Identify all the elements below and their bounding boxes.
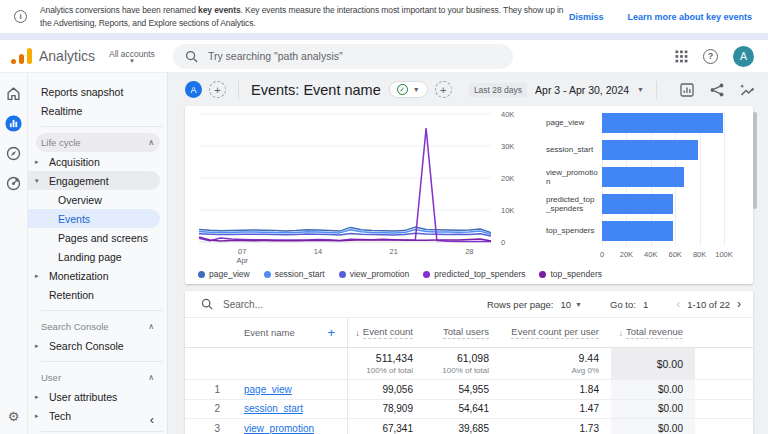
column-header-event-name[interactable]: Event name+	[229, 318, 347, 347]
sidebar-item-label: Events	[58, 213, 90, 225]
date-range-value[interactable]: Apr 3 - Apr 30, 2024	[535, 84, 629, 96]
avatar[interactable]: A	[733, 46, 754, 67]
customize-report-icon[interactable]	[679, 82, 695, 98]
legend-item-page-view[interactable]: page_view	[198, 269, 250, 279]
account-switcher-label: All accounts	[109, 49, 155, 59]
sidebar-item-label: User	[41, 372, 61, 383]
sidebar-item-realtime[interactable]: Realtime	[28, 101, 167, 120]
sidebar-item-label: Engagement	[49, 175, 109, 187]
column-header-event-count[interactable]: ↓Event count	[347, 318, 425, 347]
next-page-icon[interactable]: ›	[737, 298, 741, 310]
sidebar-item-retention[interactable]: Retention	[28, 285, 167, 304]
collapse-nav-icon[interactable]: ‹	[150, 412, 154, 427]
svg-text:40K: 40K	[501, 110, 514, 119]
page-title: Events: Event name	[251, 82, 381, 98]
event-name-link[interactable]: page_view	[244, 384, 292, 395]
chevron-down-icon[interactable]: ▼	[637, 86, 644, 93]
sidebar-item-acquisition[interactable]: ▸Acquisition	[28, 152, 167, 171]
event-name-cell: session_start	[229, 400, 347, 419]
bar-track	[602, 113, 724, 133]
report-header-bar: A + Events: Event name ✓ ▼ + Last 28 day…	[168, 73, 768, 106]
svg-text:28: 28	[465, 247, 473, 256]
bar-top-spenders[interactable]	[602, 221, 673, 241]
banner-accent-strip	[0, 33, 768, 40]
share-icon[interactable]	[709, 82, 725, 98]
sidebar-item-user[interactable]: User∧	[28, 368, 167, 387]
sidebar-item-pages-and-screens[interactable]: Pages and screens	[28, 228, 167, 247]
chevron-right-icon[interactable]: ▸	[35, 272, 39, 280]
add-comparison-icon[interactable]: +	[209, 81, 226, 98]
apps-grid-icon[interactable]	[675, 50, 688, 63]
chevron-right-icon[interactable]: ▸	[35, 342, 39, 350]
scrollbar[interactable]	[753, 112, 757, 209]
insights-icon[interactable]	[739, 82, 755, 98]
bar-predicted-top-spenders[interactable]	[602, 194, 673, 214]
go-to-page-input[interactable]: 1	[643, 299, 648, 310]
chevron-down-icon[interactable]: ▾	[35, 177, 39, 185]
sidebar-item-monetization[interactable]: ▸Monetization	[28, 266, 167, 285]
chevron-up-icon[interactable]: ∧	[148, 373, 154, 382]
previous-page-icon[interactable]: ‹	[676, 298, 680, 310]
sidebar-item-overview[interactable]: Overview	[28, 190, 167, 209]
events-bar-chart[interactable]: page_viewsession_startview_promotionpred…	[546, 113, 742, 273]
event-name-link[interactable]: session_start	[244, 403, 303, 414]
reports-icon[interactable]	[5, 115, 22, 132]
sidebar-item-landing-page[interactable]: Landing page	[28, 247, 167, 266]
row-number: 2	[185, 400, 229, 419]
home-icon[interactable]	[5, 85, 22, 102]
events-table-card: Search... Rows per page: 10▼ Go to: 1 ‹ …	[185, 291, 753, 434]
sidebar-item-life-cycle[interactable]: Life cycle∧	[36, 133, 160, 152]
totals-event_count: 511,434100% of total	[347, 348, 425, 379]
advertising-icon[interactable]	[5, 175, 22, 192]
table-search-input[interactable]: Search...	[223, 299, 263, 310]
sidebar-item-search-console[interactable]: Search Console∧	[28, 317, 167, 336]
date-range-preset[interactable]: Last 28 days	[469, 83, 527, 97]
column-header-total-users[interactable]: Total users	[425, 318, 501, 347]
sidebar-item-search-console[interactable]: ▸Search Console	[28, 336, 167, 355]
banner-message: Analytics conversions have been renamed …	[40, 4, 569, 30]
admin-gear-icon[interactable]: ⚙	[8, 409, 20, 424]
add-metric-icon[interactable]: +	[435, 81, 452, 98]
sidebar-item-events[interactable]: Events	[28, 209, 160, 228]
report-status-dropdown[interactable]: ✓ ▼	[389, 81, 428, 98]
events-line-chart[interactable]: 010K20K30K40K07Apr142128	[193, 106, 541, 266]
sidebar-item-reports-snapshot[interactable]: Reports snapshot	[28, 82, 167, 101]
svg-text:07: 07	[238, 247, 246, 256]
chevron-up-icon[interactable]: ∧	[148, 138, 154, 147]
sidebar-item-engagement[interactable]: ▾Engagement	[28, 171, 160, 190]
product-name: Analytics	[39, 48, 95, 64]
account-switcher[interactable]: All accounts ▼	[109, 49, 155, 64]
help-icon[interactable]: ?	[703, 49, 718, 64]
learn-more-link[interactable]: Learn more about key events	[627, 12, 752, 22]
bar-session-start[interactable]	[602, 140, 698, 160]
check-icon: ✓	[397, 84, 408, 95]
column-label: Event name	[244, 327, 295, 338]
sidebar-item-user-attributes[interactable]: ▸User attributes	[28, 387, 167, 406]
column-label: Event count	[363, 326, 413, 339]
legend-item-predicted-top-spenders[interactable]: predicted_top_spenders	[423, 269, 525, 279]
chevron-up-icon[interactable]: ∧	[148, 322, 154, 331]
chevron-right-icon[interactable]: ▸	[35, 158, 39, 166]
sidebar-item-tech[interactable]: ▸Tech	[28, 406, 167, 425]
global-search-input[interactable]: Try searching "path analysis"	[173, 44, 513, 69]
legend-item-view-promotion[interactable]: view_promotion	[339, 269, 410, 279]
search-icon	[201, 298, 213, 310]
comparison-badge[interactable]: A	[185, 81, 202, 98]
total-users-cell: 39,685	[425, 419, 501, 434]
analytics-logo-icon[interactable]	[10, 48, 34, 65]
explore-icon[interactable]	[5, 145, 22, 162]
add-dimension-icon[interactable]: +	[327, 325, 335, 340]
chevron-right-icon[interactable]: ▸	[35, 412, 39, 420]
table-row-view-promotion: 3view_promotion67,34139,6851.73$0.00	[185, 418, 753, 434]
chevron-right-icon[interactable]: ▸	[35, 393, 39, 401]
bar-page-view[interactable]	[602, 113, 723, 133]
column-header-total-revenue[interactable]: ↓Total revenue	[611, 318, 695, 347]
bar-view-promotion[interactable]	[602, 167, 684, 187]
event-name-link[interactable]: view_promotion	[244, 423, 314, 434]
table-row-session-start: 2session_start78,90954,6411.47$0.00	[185, 399, 753, 419]
sort-down-icon: ↓	[618, 328, 623, 338]
column-header-event-count-per-user[interactable]: Event count per user	[501, 318, 611, 347]
dismiss-button[interactable]: Dismiss	[569, 12, 604, 22]
legend-item-session-start[interactable]: session_start	[264, 269, 325, 279]
rows-per-page-select[interactable]: 10▼	[561, 299, 583, 310]
